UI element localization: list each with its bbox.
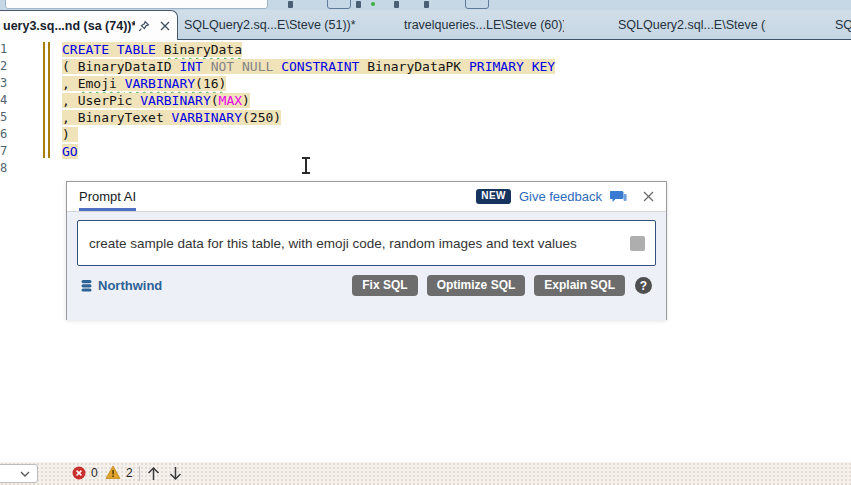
code-line-content: GO xyxy=(62,144,78,159)
run-status-dot xyxy=(371,2,375,6)
code-token: BinaryTexet xyxy=(78,110,172,125)
code-token: , xyxy=(62,110,78,125)
fix-sql-button[interactable]: Fix SQL xyxy=(352,275,417,296)
database-name: Northwind xyxy=(98,278,162,293)
chat-bubble-icon[interactable] xyxy=(610,190,627,204)
toolbar-icon[interactable] xyxy=(356,1,361,8)
code-token: (16) xyxy=(195,76,226,91)
warning-triangle-icon xyxy=(105,465,121,480)
code-line-content: , UserPic VARBINARY(MAX) xyxy=(62,93,250,108)
mouse-ibeam-cursor xyxy=(300,157,311,175)
toolbar-icon[interactable] xyxy=(424,1,429,8)
prompt-input-box[interactable] xyxy=(77,220,656,266)
code-token: MAX xyxy=(219,93,242,108)
code-line: , Emoji VARBINARY(16) xyxy=(62,75,555,92)
code-token: ) xyxy=(62,127,78,142)
tab-sqlquery3-active[interactable]: uery3.sq...nd (sa (74))* xyxy=(0,10,178,40)
close-dialog-icon[interactable] xyxy=(639,188,657,206)
pin-icon[interactable] xyxy=(135,17,153,35)
toolbar-search-box[interactable] xyxy=(5,0,268,9)
code-token: Emoji xyxy=(78,76,125,91)
code-line-content: ) xyxy=(62,127,78,142)
tab-label: travelqueries...LE\Steve (60))* xyxy=(404,18,564,32)
warning-count: 2 xyxy=(126,466,133,480)
code-line-content: , Emoji VARBINARY(16) xyxy=(62,76,226,91)
line-number: 3 xyxy=(0,75,9,92)
code-token: CONSTRAINT xyxy=(281,59,367,74)
code-token: UserPic xyxy=(78,93,141,108)
prompt-ai-header: Prompt AI NEW Give feedback xyxy=(67,182,666,212)
code-token: PRIMARY KEY xyxy=(469,59,555,74)
line-number: 4 xyxy=(0,92,9,109)
code-line: CREATE TABLE BinaryData xyxy=(62,41,555,58)
code-line-content: , BinaryTexet VARBINARY(250) xyxy=(62,110,281,125)
code-token: BinaryData xyxy=(164,42,242,57)
document-tab-bar: uery3.sq...nd (sa (74))* SQLQuery2.sq...… xyxy=(0,10,851,40)
prompt-input[interactable] xyxy=(89,236,620,251)
error-count: 0 xyxy=(91,466,98,480)
toolbar-button-outline[interactable] xyxy=(465,0,489,9)
chevron-down-icon xyxy=(20,471,30,477)
database-icon xyxy=(81,279,92,293)
status-dropdown[interactable] xyxy=(0,464,38,483)
code-token: , xyxy=(62,76,78,91)
line-number-gutter: 12345678 xyxy=(0,41,9,177)
send-square-icon[interactable] xyxy=(630,236,645,251)
line-number: 1 xyxy=(0,41,9,58)
database-context[interactable]: Northwind xyxy=(81,278,162,293)
code-token: BinaryDataPK xyxy=(367,59,469,74)
code-line-content: ( BinaryDataID INT NOT NULL CONSTRAINT B… xyxy=(62,59,555,74)
tab-sqlquery2-51[interactable]: SQLQuery2.sq...E\Steve (51))* xyxy=(180,10,356,39)
code-token: ( BinaryDataID xyxy=(62,59,179,74)
code-token: VARBINARY xyxy=(172,110,242,125)
tab-sqlquery2-53[interactable]: SQLQuery2.sql...E\Steve (53)) xyxy=(610,10,766,39)
code-token: GO xyxy=(62,144,78,159)
give-feedback-link[interactable]: Give feedback xyxy=(519,189,602,204)
toolbar-button-outline[interactable] xyxy=(327,0,351,9)
code-line: ( BinaryDataID INT NOT NULL CONSTRAINT B… xyxy=(62,58,555,75)
code-token: , xyxy=(62,93,78,108)
optimize-sql-button[interactable]: Optimize SQL xyxy=(427,275,526,296)
code-line: ) xyxy=(62,126,555,143)
close-tab-icon[interactable] xyxy=(156,17,174,35)
arrow-down-icon[interactable] xyxy=(167,465,183,482)
help-icon[interactable]: ? xyxy=(635,277,652,294)
code-line-content: CREATE TABLE BinaryData xyxy=(62,42,242,57)
line-number: 2 xyxy=(0,58,9,75)
prompt-ai-footer: Northwind Fix SQL Optimize SQL Explain S… xyxy=(77,275,656,296)
tab-label: SQLQuery2.sq...E\Steve (51))* xyxy=(184,18,356,32)
change-tracking-bar xyxy=(48,42,50,158)
error-count-group[interactable]: 0 xyxy=(72,466,98,480)
prompt-ai-title: Prompt AI xyxy=(79,182,136,211)
code-token: ( xyxy=(211,93,219,108)
code-line: , BinaryTexet VARBINARY(250) xyxy=(62,109,555,126)
code-token: NOT NULL xyxy=(211,59,281,74)
toolbar-icon[interactable] xyxy=(394,1,399,8)
tab-label: SQL xyxy=(835,18,851,32)
code-token: INT xyxy=(179,59,210,74)
code-token: VARBINARY xyxy=(140,93,210,108)
change-tracking-bar xyxy=(43,42,45,158)
code-token: (250) xyxy=(242,110,281,125)
line-number: 8 xyxy=(0,160,9,177)
toolbar-strip xyxy=(0,0,851,10)
line-number: 6 xyxy=(0,126,9,143)
toolbar-icon[interactable] xyxy=(288,1,293,8)
tab-travelqueries[interactable]: travelqueries...LE\Steve (60))* xyxy=(396,10,564,39)
warning-count-group[interactable]: 2 xyxy=(105,465,133,480)
code-token: VARBINARY xyxy=(125,76,195,91)
action-buttons: Fix SQL Optimize SQL Explain SQL ? xyxy=(352,275,652,296)
arrow-up-icon[interactable] xyxy=(145,465,161,482)
prompt-ai-body: Northwind Fix SQL Optimize SQL Explain S… xyxy=(67,212,666,320)
code-token: CREATE TABLE xyxy=(62,42,164,57)
line-number: 5 xyxy=(0,109,9,126)
ssms-window: uery3.sq...nd (sa (74))* SQLQuery2.sq...… xyxy=(0,0,851,485)
tab-label: SQLQuery2.sql...E\Steve (53)) xyxy=(618,18,766,32)
explain-sql-button[interactable]: Explain SQL xyxy=(534,275,625,296)
tab-cutoff-right[interactable]: SQL xyxy=(834,10,851,39)
prompt-ai-dialog: Prompt AI NEW Give feedback xyxy=(66,181,667,320)
code-line: , UserPic VARBINARY(MAX) xyxy=(62,92,555,109)
tab-label: uery3.sq...nd (sa (74))* xyxy=(3,19,135,33)
new-badge: NEW xyxy=(476,189,511,204)
line-number: 7 xyxy=(0,143,9,160)
